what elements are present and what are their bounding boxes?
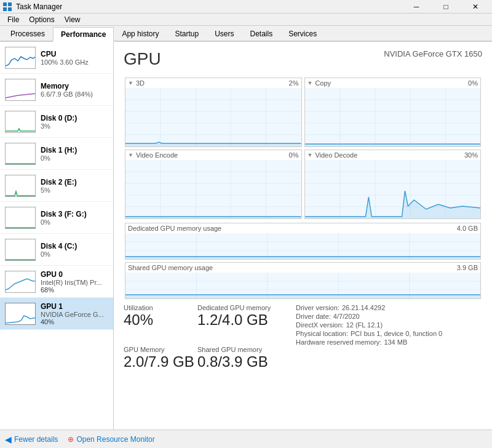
- tab-startup[interactable]: Startup: [167, 26, 207, 41]
- sidebar-item-disk3[interactable]: Disk 3 (F: G:) 0%: [0, 202, 113, 234]
- hw-reserved-val: 134 MB: [384, 338, 407, 346]
- chart-video-encode: ▼ Video Encode 0%: [125, 150, 302, 219]
- gpu0-usage: 68%: [41, 286, 108, 294]
- chart-video-decode: ▼ Video Decode 30%: [304, 150, 482, 219]
- disk0-info: Disk 0 (D:) 3%: [41, 114, 108, 130]
- chart-dedicated-area: [125, 233, 480, 259]
- bottom-bar: ◀ Fewer details ⊕ Open Resource Monitor: [0, 430, 492, 448]
- title-bar: Task Manager ─ □ ✕: [0, 0, 492, 14]
- chart-shared-name: Shared GPU memory usage: [128, 264, 213, 271]
- detail-directx: DirectX version: 12 (FL 12.1): [296, 321, 482, 329]
- chart-dedicated-label: Dedicated GPU memory usage 4.0 GB: [125, 223, 480, 233]
- disk4-info: Disk 4 (C:) 0%: [41, 242, 108, 258]
- directx-key: DirectX version:: [296, 321, 344, 329]
- disk3-detail: 0%: [41, 218, 108, 226]
- disk4-label: Disk 4 (C:): [41, 242, 108, 250]
- sidebar-item-disk4[interactable]: Disk 4 (C:) 0%: [0, 234, 113, 266]
- menu-file[interactable]: File: [2, 14, 24, 25]
- svg-rect-2: [3, 7, 7, 11]
- stat-gpu-memory: GPU Memory 2.0/7.9 GB: [124, 346, 197, 370]
- stat-dedicated: Dedicated GPU memory 1.2/4.0 GB: [197, 304, 296, 346]
- open-monitor-link[interactable]: ⊕ Open Resource Monitor: [68, 435, 154, 444]
- disk1-label: Disk 1 (H:): [41, 146, 108, 154]
- chart-encode-label: ▼ Video Encode 0%: [125, 150, 301, 160]
- cpu-info: CPU 100% 3.60 GHz: [41, 50, 108, 66]
- disk2-info: Disk 2 (E:) 5%: [41, 178, 108, 194]
- maximize-button[interactable]: □: [432, 0, 460, 14]
- stats-section-2: GPU Memory 2.0/7.9 GB Shared GPU memory …: [124, 346, 482, 370]
- cpu-thumb: [5, 47, 36, 69]
- tab-users[interactable]: Users: [207, 26, 242, 41]
- chart-3d-area: [125, 88, 301, 146]
- disk0-detail: 3%: [41, 122, 108, 130]
- sidebar-item-disk0[interactable]: Disk 0 (D:) 3%: [0, 106, 113, 138]
- memory-thumb: [5, 79, 36, 101]
- chart-3d-arrow[interactable]: ▼: [128, 80, 133, 86]
- menu-view[interactable]: View: [60, 14, 85, 25]
- chart-copy-arrow[interactable]: ▼: [308, 80, 313, 86]
- tab-processes[interactable]: Processes: [2, 26, 53, 41]
- sidebar-item-disk1[interactable]: Disk 1 (H:) 0%: [0, 138, 113, 170]
- disk2-thumb: [5, 175, 36, 197]
- tab-bar: Processes Performance App history Startu…: [0, 26, 492, 42]
- tab-services[interactable]: Services: [280, 26, 325, 41]
- gpu1-thumb: [5, 303, 36, 325]
- detail-physical-loc: Physical location: PCI bus 1, device 0, …: [296, 330, 482, 337]
- disk3-info: Disk 3 (F: G:) 0%: [41, 210, 108, 226]
- disk0-label: Disk 0 (D:): [41, 114, 108, 122]
- memory-detail: 6.6/7.9 GB (84%): [41, 90, 108, 98]
- chart-encode-arrow[interactable]: ▼: [128, 152, 133, 158]
- monitor-icon: ⊕: [68, 435, 74, 444]
- open-monitor-label: Open Resource Monitor: [76, 435, 154, 444]
- tab-details[interactable]: Details: [242, 26, 280, 41]
- app-icon: [2, 2, 12, 12]
- svg-rect-3: [8, 7, 12, 11]
- chart-encode-name: Video Encode: [136, 151, 178, 159]
- tab-app-history[interactable]: App history: [114, 26, 167, 41]
- chart-3d-name: 3D: [136, 79, 145, 87]
- sidebar-item-gpu0[interactable]: GPU 0 Intel(R) Iris(TM) Pr... 68%: [0, 266, 113, 298]
- disk1-thumb: [5, 143, 36, 165]
- chart-shared-label: Shared GPU memory usage 3.9 GB: [125, 263, 480, 273]
- chart-shared-value: 3.9 GB: [457, 264, 478, 271]
- sidebar-item-memory[interactable]: Memory 6.6/7.9 GB (84%): [0, 74, 113, 106]
- gpu0-label: GPU 0: [41, 270, 108, 279]
- shared-stat-label: Shared GPU memory: [197, 346, 296, 353]
- chart-shared-area: [125, 273, 480, 298]
- minimize-button[interactable]: ─: [402, 0, 430, 14]
- sidebar-item-gpu1[interactable]: GPU 1 NVIDIA GeForce G... 40%: [0, 298, 113, 330]
- driver-date-key: Driver date:: [296, 313, 331, 320]
- chart-decode-arrow[interactable]: ▼: [308, 152, 313, 158]
- svg-rect-1: [8, 2, 12, 6]
- stat-details-block: Driver version: 26.21.14.4292 Driver dat…: [296, 304, 482, 346]
- gpu1-info: GPU 1 NVIDIA GeForce G... 40%: [41, 302, 108, 326]
- disk2-detail: 5%: [41, 186, 108, 194]
- utilization-label: Utilization: [124, 304, 197, 311]
- chart-copy-area: [305, 88, 481, 146]
- driver-date-val: 4/7/2020: [333, 313, 360, 320]
- stat-shared: Shared GPU memory 0.8/3.9 GB: [197, 346, 296, 370]
- stats-section: Utilization 40% Dedicated GPU memory 1.2…: [124, 304, 482, 346]
- detail-driver-version: Driver version: 26.21.14.4292: [296, 304, 482, 311]
- tab-performance[interactable]: Performance: [53, 27, 114, 42]
- stat-utilization: Utilization 40%: [124, 304, 197, 346]
- main-content: CPU 100% 3.60 GHz Memory 6.6/7.9 GB (84%…: [0, 42, 492, 430]
- detail-hw-reserved: Hardware reserved memory: 134 MB: [296, 338, 482, 346]
- detail-driver-date: Driver date: 4/7/2020: [296, 313, 482, 320]
- dedicated-stat-label: Dedicated GPU memory: [197, 304, 296, 311]
- physical-loc-val: PCI bus 1, device 0, function 0: [351, 330, 442, 337]
- fewer-details-link[interactable]: ◀ Fewer details: [5, 434, 58, 444]
- svg-rect-0: [3, 2, 7, 6]
- sidebar-item-cpu[interactable]: CPU 100% 3.60 GHz: [0, 42, 113, 74]
- disk2-label: Disk 2 (E:): [41, 178, 108, 186]
- disk4-thumb: [5, 239, 36, 261]
- gpu1-detail: NVIDIA GeForce G...: [41, 311, 108, 318]
- gpu-header: GPU NVIDIA GeForce GTX 1650: [124, 49, 482, 69]
- sidebar-item-disk2[interactable]: Disk 2 (E:) 5%: [0, 170, 113, 202]
- close-button[interactable]: ✕: [461, 0, 490, 14]
- menu-options[interactable]: Options: [24, 14, 59, 25]
- chart-3d-value: 2%: [289, 79, 299, 87]
- chart-encode-value: 0%: [289, 151, 299, 159]
- cpu-detail: 100% 3.60 GHz: [41, 58, 108, 66]
- memory-label: Memory: [41, 82, 108, 90]
